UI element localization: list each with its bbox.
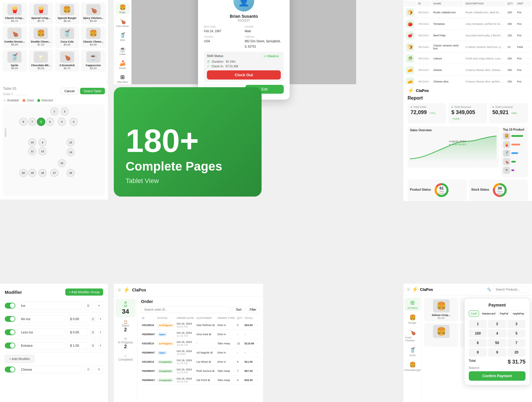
cheese-expand-icon[interactable]: ▼ [95,365,103,374]
table-node[interactable]: 15 [58,159,66,167]
sidebar-all[interactable]: ⊞ All 34 [116,299,135,317]
payment-method-item[interactable]: PayPal [498,310,510,317]
sort-button[interactable]: Sort [233,306,244,313]
order-table-row[interactable]: #920MN47 Completed Oct 16, 202410:33 AM … [141,376,259,385]
table-node[interactable]: 11 [28,147,36,155]
expand-modifier-icon[interactable]: ▾ [98,328,103,336]
numpad-button[interactable]: 6 [469,339,487,347]
menu-item-card[interactable]: 🥤 Coca Cola $3.00 [55,26,80,48]
menu-item-card[interactable]: 🍔 Double Chees... $7.25 [29,26,53,48]
table-node[interactable]: 3 [69,118,78,126]
numpad-button[interactable]: 1 [469,320,487,328]
sidebar-category-item[interactable]: ⊞Other Menu [116,73,130,84]
expand-modifier-icon[interactable]: ▾ [95,302,103,310]
pos-product-card[interactable]: 🍔 Deluxe Crisp... $6.99 [424,298,458,321]
modifier-price-input[interactable] [67,328,88,336]
table-node[interactable]: 13 [66,138,75,147]
table-node[interactable]: 7 [28,118,36,126]
table-node[interactable]: 18 [38,169,47,177]
payment-method-item[interactable]: Mastercard [481,310,497,317]
menu-item-card[interactable]: ☕ Cappuccino $3.00 [81,50,106,72]
confirm-payment-button[interactable]: Confirm Payment [469,371,525,381]
modifier-toggle[interactable] [5,343,15,348]
numpad-button[interactable]: 5 [507,329,525,338]
cheese-settings-icon[interactable]: ⚙ [84,365,93,374]
table-node[interactable]: 5 [37,118,45,126]
menu-item-card[interactable]: 🍔 Special Burger $6.49 [55,2,80,24]
table-node[interactable]: 2 [61,107,69,116]
numpad-button[interactable]: 100 [469,329,487,338]
numpad-button[interactable]: 7 [507,339,525,347]
pos-nav-item[interactable]: 🥤Drink [405,345,420,359]
sidebar-category-item[interactable]: 🍔Burger [116,3,130,14]
menu-item-card[interactable]: 🍗 Combo Drums... $8.99 [2,26,27,48]
delete-modifier-icon[interactable]: 🗑 [90,328,96,336]
table-node[interactable]: 14 [66,148,75,156]
order-table-row[interactable]: #2010E10 In Progress Oct 16, 202409:32 A… [141,321,259,330]
cancel-table-button[interactable]: Cancel [61,88,78,94]
payment-method-item[interactable]: Cash [469,310,479,317]
numpad-button[interactable]: 3 [507,320,525,328]
modifier-price-input[interactable] [67,315,88,323]
modifier-toggle[interactable] [5,316,15,322]
order-table-row[interactable]: #2010E10 In Progress Oct 16, 202410:33 A… [141,339,259,348]
order-table-row[interactable]: #920MN47 Open Oct 16, 202410:54M Ad Nagr… [141,348,259,357]
table-node[interactable]: 20 [19,169,27,177]
expand-modifier-icon[interactable]: ▾ [98,341,103,350]
table-node[interactable]: 17 [50,169,59,177]
menu-item-card[interactable]: 🍗 Spicy Chicken... $5.49 [81,2,106,24]
numpad-button[interactable]: 9 [488,348,506,356]
payment-method-item[interactable]: ApplePay [511,310,525,317]
product-search-input[interactable] [493,286,528,293]
order-table-row[interactable]: #2010E10 Completed Oct 16, 202411:22 AM … [141,357,259,367]
menu-item-card[interactable]: 🥤 Sprite $3.00 [2,50,27,72]
sidebar-in-progress[interactable]: ⏱ In Progress 2 [116,335,135,351]
cheese-name-input[interactable] [18,366,82,373]
table-node[interactable]: 6 [46,118,54,126]
numpad-button[interactable]: 4 [488,329,506,338]
sidebar-category-item[interactable]: ☕Coffee [116,45,130,56]
modifier-toggle[interactable] [5,303,15,309]
menu-item-card[interactable]: 🍔 Classic Chees... $4.99 [81,26,106,48]
filter-button[interactable]: Filter [246,306,259,313]
table-node[interactable]: 8 [19,118,27,126]
table-node[interactable]: 19 [28,169,36,177]
cheese-toggle[interactable] [5,367,15,372]
sidebar-category-item[interactable]: 🥤Drink [116,31,130,42]
table-node[interactable]: 10 [28,138,36,147]
order-search-input[interactable] [141,306,231,313]
select-table-button[interactable]: Select Table [80,88,105,94]
sidebar-category-item[interactable]: 🍗Fried Chicken [116,17,130,28]
numpad-button[interactable]: 8 [469,348,487,356]
menu-item-card[interactable]: 🍗 3 Drumstick $4.75 [55,50,80,72]
expand-modifier-icon[interactable]: ▾ [98,315,103,323]
numpad-button[interactable]: 20 [507,348,525,356]
delete-modifier-icon[interactable]: 🗑 [90,341,96,350]
modifier-toggle[interactable] [5,329,15,335]
pos-nav-item[interactable]: ⊞All Menu [405,298,420,311]
sidebar-completed[interactable]: ✓ Completed [116,352,135,363]
table-node[interactable]: 9 [38,138,47,147]
pos-nav-item[interactable]: 🍔Burger [405,312,420,326]
add-modifier-group-button[interactable]: + Add Modifier Group [65,288,103,296]
order-table-row[interactable]: #920MN47 Open Oct 16, 202411:32 AM Gina … [141,330,259,339]
modifier-name-input[interactable] [18,328,65,336]
pos-nav-item[interactable]: 🍔Cheeseburger [405,360,420,373]
modifier-name-input[interactable] [18,342,65,349]
modifier-name-input[interactable] [18,302,82,309]
order-table-row[interactable]: #920MN47 Completed Oct 16, 202410:33 AM … [141,367,259,376]
table-node[interactable]: 12 [38,147,47,155]
menu-item-card[interactable]: 🥛 Chocolate Mil... $3.00 [29,50,53,72]
delete-modifier-icon[interactable]: 🗑 [84,302,93,310]
pos-product-card[interactable]: 🍔 [424,323,458,347]
add-modifier-button[interactable]: + Add Modifier [5,355,35,363]
modifier-price-input[interactable] [67,342,88,349]
pos-nav-item[interactable]: 🍗Fried Chicken [405,327,420,344]
delete-modifier-icon[interactable]: 🗑 [90,315,96,323]
menu-item-card[interactable]: 🍟 Classic Crisp... $4.75 [2,2,27,24]
table-node[interactable]: 4 [58,118,66,126]
clock-out-button[interactable]: Clock Out [207,70,281,80]
table-node[interactable]: 1 [50,107,59,116]
table-node[interactable]: 16 [66,169,75,177]
sidebar-open[interactable]: 📋 Open 2 [116,318,135,334]
